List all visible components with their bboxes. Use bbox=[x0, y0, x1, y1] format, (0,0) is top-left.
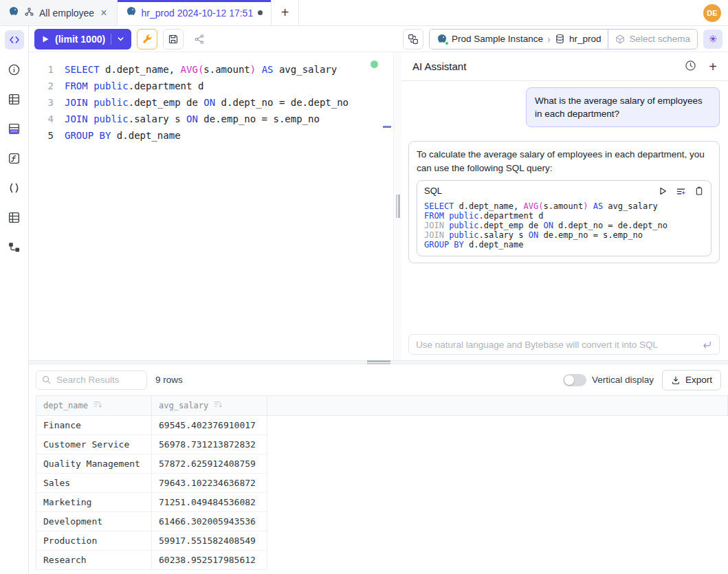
editor-toolbar: (limit 1000) bbox=[29, 26, 728, 52]
users-icon bbox=[24, 7, 34, 19]
table-row[interactable]: Research60238.952517985612 bbox=[36, 551, 728, 570]
user-avatar[interactable]: DE bbox=[703, 4, 721, 22]
table-cell: 57872.625912408759 bbox=[152, 454, 267, 474]
left-sidebar bbox=[0, 26, 29, 574]
play-icon bbox=[41, 35, 49, 43]
assistant-message-text: To calculate the average salary of emplo… bbox=[417, 148, 712, 175]
sort-icon[interactable] bbox=[93, 401, 102, 410]
history-clock-icon[interactable] bbox=[685, 60, 696, 74]
table-cell-filler bbox=[267, 474, 728, 493]
close-tab-icon[interactable]: × bbox=[99, 8, 108, 19]
query-results-panel: 9 rows Vertical display Export dept_name… bbox=[29, 364, 728, 574]
tables-icon[interactable] bbox=[5, 89, 24, 109]
line-number: 5 bbox=[29, 127, 54, 144]
copy-code-icon[interactable] bbox=[694, 186, 704, 196]
info-icon[interactable] bbox=[5, 60, 24, 79]
table-row[interactable]: Customer Service56978.731213872832 bbox=[36, 435, 728, 454]
column-header-filler bbox=[267, 396, 728, 416]
sql-editor-code-icon[interactable] bbox=[5, 30, 24, 49]
schema-selector[interactable]: Select schema bbox=[608, 30, 697, 49]
user-message-bubble: What is the average salary of employees … bbox=[526, 87, 720, 127]
ai-chat-area: What is the average salary of employees … bbox=[401, 81, 728, 360]
functions-icon[interactable] bbox=[5, 148, 24, 168]
tab-label: hr_prod 2024-10-12 17:51 bbox=[142, 8, 254, 19]
table-cell-filler bbox=[267, 531, 728, 551]
table-cell-filler bbox=[267, 435, 728, 454]
table-cell: 60238.952517985612 bbox=[152, 551, 267, 570]
code-line: JOIN public.salary s ON de.emp_no = s.em… bbox=[65, 111, 349, 127]
row-count-label: 9 rows bbox=[155, 375, 183, 385]
save-floppy-icon bbox=[168, 34, 179, 45]
bytebase-sql-editor-app: All employee × hr_prod 2024-10-12 17:51 … bbox=[0, 0, 728, 574]
share-button[interactable] bbox=[189, 29, 210, 49]
tab-bar-spacer bbox=[299, 0, 703, 25]
code-line: FROM public.department d bbox=[424, 211, 704, 221]
postgres-icon bbox=[126, 6, 137, 19]
instance-database-selector[interactable]: Prod Sample Instance › hr_prod bbox=[430, 30, 608, 49]
column-header-dept_name[interactable]: dept_name bbox=[36, 396, 152, 416]
save-button[interactable] bbox=[163, 29, 184, 49]
table-row[interactable]: Production59917.551582408549 bbox=[36, 531, 728, 551]
vertical-display-toggle[interactable] bbox=[563, 374, 586, 386]
views-table-icon[interactable] bbox=[5, 208, 24, 227]
table-row[interactable]: Sales79643.102234636872 bbox=[36, 474, 728, 493]
table-cell: Development bbox=[36, 512, 152, 531]
column-header-avg_salary[interactable]: avg_salary bbox=[152, 396, 267, 416]
ai-assistant-panel: AI Assistant + What is the average salar… bbox=[401, 52, 728, 360]
wrench-icon bbox=[142, 34, 153, 45]
code-line: GROUP BY d.dept_name bbox=[65, 127, 349, 144]
results-toolbar: 9 rows Vertical display Export bbox=[29, 364, 728, 395]
tab-all-employee[interactable]: All employee × bbox=[0, 0, 118, 25]
table-row[interactable]: Marketing71251.049484536082 bbox=[36, 493, 728, 512]
tab-hr-prod-query[interactable]: hr_prod 2024-10-12 17:51 bbox=[118, 0, 272, 25]
search-results-box bbox=[36, 371, 147, 390]
horizontal-splitter[interactable] bbox=[29, 360, 728, 364]
table-cell: 56978.731213872832 bbox=[152, 435, 267, 454]
export-button[interactable]: Export bbox=[662, 370, 721, 390]
table-row[interactable]: Finance69545.402376910017 bbox=[36, 416, 728, 435]
run-query-button[interactable]: (limit 1000) bbox=[34, 29, 131, 49]
sync-schema-button[interactable] bbox=[403, 29, 423, 49]
schema-cube-icon bbox=[615, 34, 625, 44]
table-data-icon[interactable] bbox=[5, 119, 24, 138]
share-icon bbox=[194, 34, 205, 45]
database-name: hr_prod bbox=[569, 34, 602, 44]
add-tab-button[interactable]: + bbox=[272, 0, 299, 25]
table-row[interactable]: Quality Management57872.625912408759 bbox=[36, 454, 728, 474]
openai-assistant-button[interactable]: ✳ bbox=[703, 30, 723, 49]
nl2sql-input[interactable] bbox=[416, 340, 696, 350]
postgres-icon bbox=[8, 6, 19, 19]
vertical-splitter[interactable] bbox=[393, 52, 401, 360]
schema-diagram-icon[interactable] bbox=[5, 237, 24, 256]
sql-editor[interactable]: 12345 SELECT d.dept_name, AVG(s.amount) … bbox=[29, 52, 393, 360]
enter-return-icon[interactable] bbox=[702, 340, 712, 350]
code-line: SELECT d.dept_name, AVG(s.amount) AS avg… bbox=[65, 61, 349, 78]
instance-name: Prod Sample Instance bbox=[452, 34, 543, 44]
table-row[interactable]: Development61466.302005943536 bbox=[36, 512, 728, 531]
editor-code: SELECT d.dept_name, AVG(s.amount) AS avg… bbox=[65, 61, 349, 360]
table-cell: Quality Management bbox=[36, 454, 152, 474]
table-cell: Customer Service bbox=[36, 435, 152, 454]
unsaved-indicator-dot bbox=[258, 10, 263, 15]
search-icon bbox=[41, 375, 52, 387]
new-chat-plus-icon[interactable]: + bbox=[709, 60, 717, 74]
procedures-parentheses-icon[interactable] bbox=[5, 178, 24, 197]
table-cell: 69545.402376910017 bbox=[152, 416, 267, 435]
table-cell: Finance bbox=[36, 416, 152, 435]
line-number: 4 bbox=[29, 111, 54, 127]
sort-icon[interactable] bbox=[214, 401, 223, 410]
search-results-input[interactable] bbox=[36, 371, 147, 390]
code-line: GROUP BY d.dept_name bbox=[424, 240, 704, 250]
scrollbar-cursor-mark bbox=[383, 126, 391, 128]
run-code-icon[interactable] bbox=[658, 186, 668, 196]
line-number: 2 bbox=[29, 78, 54, 94]
table-cell: 79643.102234636872 bbox=[152, 474, 267, 493]
breadcrumb-chevron-icon: › bbox=[547, 33, 551, 45]
table-cell-filler bbox=[267, 493, 728, 512]
code-line: JOIN public.dept_emp de ON d.dept_no = d… bbox=[65, 94, 349, 111]
format-wrench-button[interactable] bbox=[137, 29, 157, 49]
table-cell: Production bbox=[36, 531, 152, 551]
results-table: dept_nameavg_salary Finance69545.4023769… bbox=[36, 395, 728, 570]
instance-online-dot bbox=[445, 41, 449, 45]
insert-into-editor-icon[interactable] bbox=[676, 186, 686, 197]
